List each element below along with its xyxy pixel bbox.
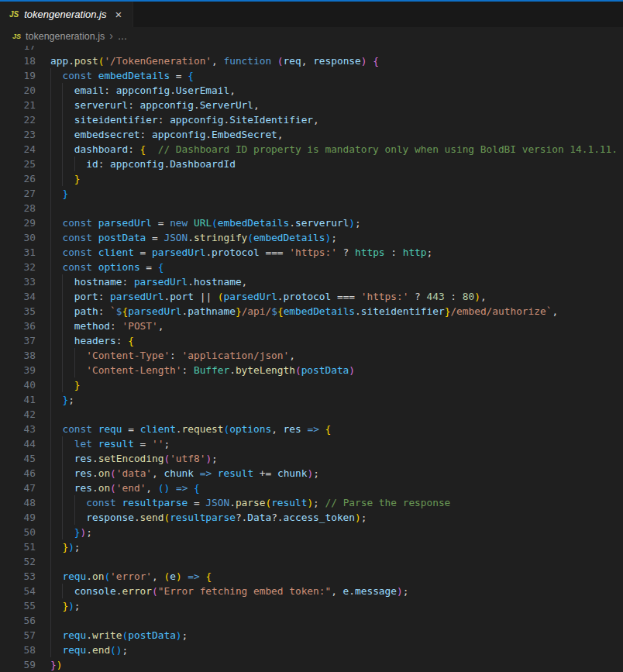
line-number[interactable]: 52 [0,554,36,569]
code-line-partial[interactable]: 17 [0,46,623,53]
code-text: requ.end(); [50,643,128,657]
code-line[interactable]: 36 method: 'POST', [0,319,623,333]
code-line[interactable]: 56 [0,613,623,628]
line-number[interactable]: 22 [0,112,36,127]
line-number[interactable]: 31 [0,245,36,260]
code-line[interactable]: 19 const embedDetails = { [0,68,623,83]
code-text: console.error("Error fetching embed toke… [50,584,408,598]
code-line[interactable]: 27 } [0,186,623,201]
code-line[interactable]: 55 }); [0,598,623,613]
code-line[interactable]: 45 res.setEncoding('utf8'); [0,451,623,466]
line-number[interactable]: 18 [0,53,36,68]
line-number[interactable]: 20 [0,83,36,98]
code-text: let result = ''; [50,436,170,451]
code-line[interactable]: 35 path: `${parsedUrl.pathname}/api/${em… [0,304,623,319]
code-text: const postData = JSON.stringify(embedDet… [50,230,337,245]
line-number[interactable]: 46 [0,466,36,481]
line-number[interactable]: 45 [0,451,36,466]
code-line[interactable]: 37 headers: { [0,333,623,348]
code-line[interactable]: 30 const postData = JSON.stringify(embed… [0,230,623,245]
code-line[interactable]: 46 res.on('data', chunk => result += chu… [0,466,623,481]
line-number[interactable]: 50 [0,525,36,539]
code-line[interactable]: 50 }); [0,525,623,539]
line-number[interactable]: 38 [0,348,36,363]
line-number[interactable]: 34 [0,289,36,304]
line-number[interactable]: 59 [0,657,36,672]
code-line[interactable]: 32 const options = { [0,260,623,274]
line-number[interactable]: 25 [0,157,36,171]
line-number[interactable]: 28 [0,201,36,215]
line-number[interactable]: 23 [0,127,36,142]
line-number[interactable]: 56 [0,613,36,628]
line-number[interactable]: 44 [0,436,36,451]
code-line[interactable]: 43 const requ = client.request(options, … [0,422,623,436]
code-line[interactable]: 38 'Content-Type': 'application/json', [0,348,623,363]
code-line[interactable]: 48 const resultparse = JSON.parse(result… [0,495,623,510]
code-line[interactable]: 42 [0,407,623,422]
code-line[interactable]: 44 let result = ''; [0,436,623,451]
breadcrumb-file[interactable]: tokengeneration.js [26,31,105,42]
line-number[interactable]: 32 [0,260,36,274]
code-line[interactable]: 51 }); [0,539,623,554]
line-number[interactable]: 47 [0,481,36,495]
line-number[interactable]: 36 [0,319,36,333]
line-number[interactable]: 43 [0,422,36,436]
line-number[interactable]: 55 [0,598,36,613]
line-number[interactable]: 19 [0,68,36,83]
line-number[interactable]: 58 [0,643,36,657]
line-number[interactable]: 21 [0,98,36,112]
tab-tokengeneration[interactable]: JS tokengeneration.js × [0,2,133,27]
line-number[interactable]: 41 [0,392,36,407]
code-line[interactable]: 28 [0,201,623,215]
line-number[interactable]: 51 [0,539,36,554]
line-number[interactable]: 35 [0,304,36,319]
line-number[interactable]: 33 [0,274,36,289]
line-number[interactable]: 48 [0,495,36,510]
code-text: headers: { [50,333,134,348]
code-line[interactable]: 39 'Content-Length': Buffer.byteLength(p… [0,363,623,377]
line-number[interactable]: 40 [0,377,36,392]
code-line[interactable]: 33 hostname: parsedUrl.hostname, [0,274,623,289]
line-number[interactable]: 17 [0,46,36,53]
line-number[interactable]: 54 [0,584,36,598]
code-line[interactable]: 49 response.send(resultparse?.Data?.acce… [0,510,623,525]
line-number[interactable]: 26 [0,171,36,186]
code-line[interactable]: 40 } [0,377,623,392]
code-line[interactable]: 18app.post('/TokenGeneration', function … [0,53,623,68]
code-line[interactable]: 41 }; [0,392,623,407]
line-number[interactable]: 57 [0,628,36,643]
code-text: hostname: parsedUrl.hostname, [50,274,247,289]
code-line[interactable]: 54 console.error("Error fetching embed t… [0,584,623,598]
line-number[interactable]: 37 [0,333,36,348]
code-line[interactable]: 34 port: parsedUrl.port || (parsedUrl.pr… [0,289,623,304]
code-line[interactable]: 31 const client = parsedUrl.protocol ===… [0,245,623,260]
code-text: app.post('/TokenGeneration', function (r… [50,53,379,68]
code-line[interactable]: 58 requ.end(); [0,643,623,657]
line-number[interactable]: 24 [0,142,36,157]
breadcrumb-symbol-ellipsis[interactable]: … [118,31,128,42]
code-text: }) [50,657,62,672]
code-line[interactable]: 57 requ.write(postData); [0,628,623,643]
js-file-icon: JS [12,33,21,40]
code-line[interactable]: 29 const parsedUrl = new URL(embedDetail… [0,215,623,230]
code-line[interactable]: 25 id: appconfig.DashboardId [0,157,623,171]
code-line[interactable]: 21 serverurl: appconfig.ServerUrl, [0,98,623,112]
code-line[interactable]: 20 email: appconfig.UserEmail, [0,83,623,98]
line-number[interactable]: 30 [0,230,36,245]
code-line[interactable]: 23 embedsecret: appconfig.EmbedSecret, [0,127,623,142]
tab-close-icon[interactable]: × [112,8,125,21]
line-number[interactable]: 42 [0,407,36,422]
code-line[interactable]: 22 siteidentifier: appconfig.SiteIdentif… [0,112,623,127]
code-line[interactable]: 59}) [0,657,623,672]
line-number[interactable]: 27 [0,186,36,201]
line-number[interactable]: 29 [0,215,36,230]
code-line[interactable]: 26 } [0,171,623,186]
line-number[interactable]: 53 [0,569,36,584]
code-line[interactable]: 47 res.on('end', () => { [0,481,623,495]
code-line[interactable]: 24 dashboard: { // Dashboard ID property… [0,142,623,157]
line-number[interactable]: 39 [0,363,36,377]
code-line[interactable]: 52 [0,554,623,569]
line-number[interactable]: 49 [0,510,36,525]
code-editor[interactable]: 1718app.post('/TokenGeneration', functio… [0,46,623,672]
code-line[interactable]: 53 requ.on('error', (e) => { [0,569,623,584]
